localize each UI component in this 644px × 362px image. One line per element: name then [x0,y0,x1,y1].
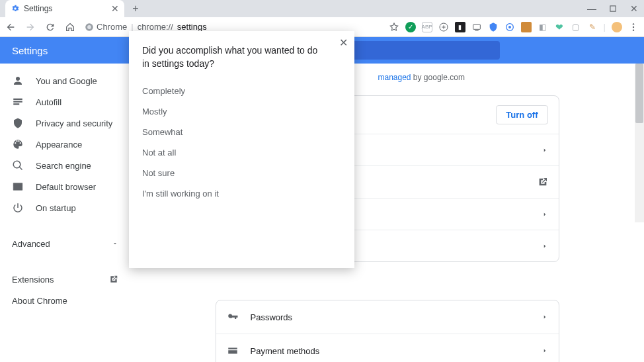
extension-icon[interactable]: ❤ [554,22,565,32]
site-info-icon [85,23,94,32]
browser-tab-active[interactable]: Settings ✕ [5,0,124,17]
back-icon[interactable] [5,22,16,32]
row-label: Passwords [251,312,293,322]
chevron-right-icon [542,243,548,249]
survey-option[interactable]: Completely [142,81,341,101]
sidebar-item-search-engine[interactable]: Search engine [0,155,130,176]
extension-icon[interactable]: ✎ [587,22,598,32]
window-controls: — ✕ [587,0,639,17]
bookmark-star-icon[interactable] [389,22,399,32]
reload-icon[interactable] [45,22,56,32]
sidebar-advanced-toggle[interactable]: Advanced [0,230,130,257]
external-link-icon [538,177,548,187]
credit-card-icon [227,345,239,357]
turn-off-button[interactable]: Turn off [496,105,547,124]
survey-option[interactable]: I'm still working on it [142,183,341,204]
chevron-right-icon [542,314,548,320]
close-window-icon[interactable]: ✕ [629,4,639,13]
home-icon[interactable] [65,22,75,32]
svg-rect-4 [473,24,480,29]
omnibox-url-path: settings [177,22,207,32]
omnibox[interactable]: Chrome | chrome://settings [85,22,207,32]
sidebar-item-label: Search engine [36,161,91,171]
managed-link[interactable]: managed [378,73,411,82]
survey-option[interactable]: Mostly [142,101,341,122]
key-icon [227,311,239,323]
extension-icon[interactable] [488,22,499,32]
forward-icon[interactable] [25,22,36,32]
extension-icon[interactable]: ▢ [571,22,581,32]
browser-window-icon [12,181,24,193]
extension-icon[interactable] [521,22,532,32]
palette-icon [12,138,24,150]
tab-strip: Settings ✕ + — ✕ [0,0,644,17]
sidebar-item-label: You and Google [36,76,97,86]
sidebar-about-link[interactable]: About Chrome [0,290,130,311]
sidebar-item-privacy[interactable]: Privacy and security [0,113,130,134]
extension-icon[interactable]: ▮ [455,22,465,32]
extension-icon[interactable]: ABP [422,22,432,32]
survey-option[interactable]: Not sure [142,163,341,183]
autofill-row-payment[interactable]: Payment methods [216,334,559,362]
managed-suffix: by google.com [411,73,465,82]
close-survey-icon[interactable]: ✕ [339,36,348,49]
maximize-icon[interactable] [608,4,618,13]
kebab-menu-icon[interactable] [628,22,639,32]
search-icon [12,159,24,171]
sidebar-item-label: Autofill [36,97,61,107]
extension-icon[interactable] [438,22,449,32]
page-title: Settings [12,45,48,56]
chevron-right-icon [542,211,548,218]
settings-gear-icon [11,4,20,13]
chevron-right-icon [542,147,548,154]
toolbar-actions: ✓ ABP ▮ ◧ ❤ ▢ ✎ | [389,22,639,32]
sidebar-item-label: Privacy and security [36,118,112,128]
chevron-right-icon [542,347,548,354]
shield-icon [12,117,24,129]
nav-button-group [5,22,75,32]
settings-sidebar: You and Google Autofill Privacy and secu… [0,64,130,362]
power-icon [12,202,24,214]
about-label: About Chrome [12,296,67,306]
sidebar-item-default-browser[interactable]: Default browser [0,176,130,197]
extension-icon[interactable]: ✓ [405,22,416,32]
svg-point-7 [633,23,634,24]
survey-question: Did you accomplish what you wanted to do… [142,44,335,70]
extension-icon[interactable] [504,22,515,32]
tab-title: Settings [24,4,107,13]
survey-popup: ✕ Did you accomplish what you wanted to … [129,31,354,268]
advanced-label: Advanced [12,239,50,249]
external-link-icon [109,275,118,284]
close-tab-icon[interactable]: ✕ [111,4,119,13]
scrollbar-thumb[interactable] [635,64,643,123]
omnibox-chip-label: Chrome [97,22,127,32]
omnibox-separator: | [131,22,133,32]
row-label: Payment methods [251,346,320,356]
sidebar-item-label: Default browser [36,182,96,192]
autofill-row-passwords[interactable]: Passwords [216,300,559,334]
extension-icon[interactable]: ◧ [538,22,548,32]
svg-point-8 [633,26,634,27]
survey-option[interactable]: Somewhat [142,122,341,142]
svg-point-2 [87,25,91,29]
chevron-down-icon [112,240,118,247]
sidebar-item-autofill[interactable]: Autofill [0,91,130,113]
sidebar-item-label: Appearance [36,140,82,150]
autofill-card: Passwords Payment methods Addresses and … [216,300,559,362]
new-tab-button[interactable]: + [128,1,143,16]
svg-point-6 [508,26,511,28]
autofill-icon [12,96,24,108]
sidebar-extensions-link[interactable]: Extensions [0,269,130,290]
settings-search-slot[interactable] [336,41,500,60]
svg-rect-0 [610,5,615,11]
sidebar-item-appearance[interactable]: Appearance [0,134,130,155]
omnibox-url-prefix: chrome:// [138,22,173,32]
sidebar-item-you-and-google[interactable]: You and Google [0,70,130,91]
survey-option[interactable]: Not at all [142,142,341,163]
sidebar-item-label: On startup [36,203,76,213]
minimize-icon[interactable]: — [587,4,596,13]
person-icon [12,75,24,87]
extension-icon[interactable] [471,22,482,32]
sidebar-item-on-startup[interactable]: On startup [0,197,130,218]
profile-avatar-icon[interactable] [612,22,622,32]
